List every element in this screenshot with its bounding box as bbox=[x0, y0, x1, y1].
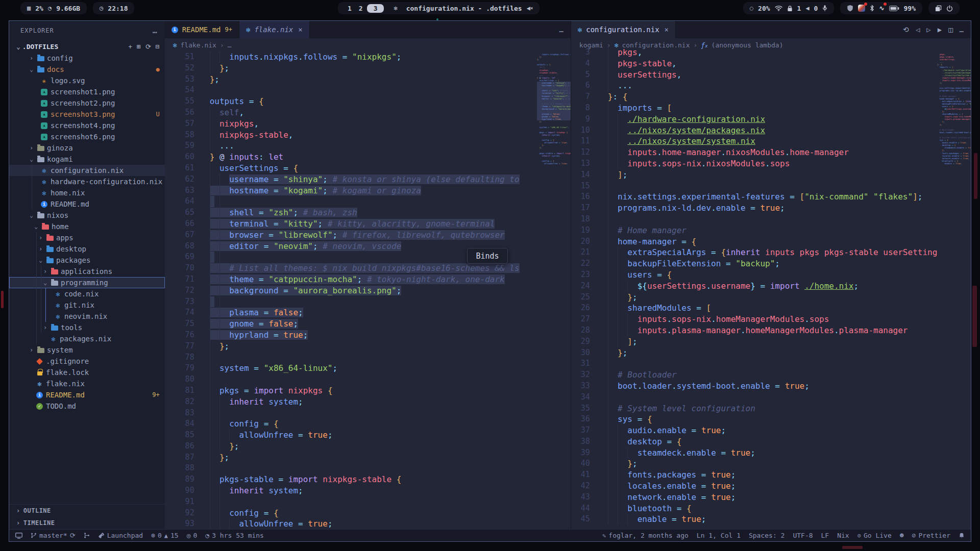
code-line[interactable]: 26 sharedModules = [ bbox=[571, 303, 937, 314]
outline-section[interactable]: › OUTLINE bbox=[9, 505, 165, 517]
code-line[interactable]: 8 imports = [ bbox=[571, 103, 937, 114]
code-line[interactable]: 43 network.enable = true; bbox=[571, 492, 937, 503]
status-prettier[interactable]: ⊘Prettier bbox=[912, 532, 950, 539]
tree-item-screenshot4.png[interactable]: ▲screenshot4.png bbox=[9, 120, 165, 131]
workspace-3[interactable]: 3 bbox=[367, 4, 384, 13]
status-launchpad[interactable]: Launchpad bbox=[98, 532, 143, 539]
code-line[interactable]: 21 extraSpecialArgs = {inherit inputs pk… bbox=[571, 247, 937, 258]
code-line[interactable]: 73 bbox=[165, 296, 537, 308]
next-change-icon[interactable]: ▷ bbox=[926, 26, 930, 34]
system-stats-module[interactable]: ▦ 2% ◔ 9.66GB bbox=[20, 2, 87, 14]
code-line[interactable]: 40 }; bbox=[571, 458, 937, 469]
muted-speaker-icon[interactable]: ◀× bbox=[527, 5, 533, 12]
code-line[interactable]: 34 bbox=[571, 392, 937, 403]
close-icon[interactable]: × bbox=[665, 26, 669, 34]
close-icon[interactable]: × bbox=[298, 26, 302, 34]
code-line[interactable]: 63 hostname = "kogami"; # kogami or gino… bbox=[165, 185, 537, 196]
status-remote-indicator[interactable] bbox=[15, 533, 22, 539]
tree-item-logo.svg[interactable]: ✳logo.svg bbox=[9, 75, 165, 86]
code-line[interactable]: 23 users = { bbox=[571, 269, 937, 281]
code-line[interactable]: 45 enable = true; bbox=[571, 514, 937, 525]
code-line[interactable]: 80 bbox=[165, 374, 537, 385]
breadcrumb-symbol[interactable]: … bbox=[228, 41, 232, 49]
tab-flake-nix[interactable]: ✻ flake.nix × bbox=[239, 21, 310, 38]
code-line[interactable]: 6 ... bbox=[571, 80, 937, 91]
hardware-stats-module[interactable]: ◌ 20% 1 ◀ 0 bbox=[743, 2, 835, 14]
code-line[interactable]: 91 bbox=[165, 496, 537, 508]
code-line[interactable]: 67 browser = "librewolf"; # firefox, lib… bbox=[165, 230, 537, 241]
vpn-shield-icon[interactable] bbox=[847, 5, 853, 12]
code-line[interactable]: 52 }; bbox=[165, 63, 537, 74]
code-line[interactable]: 30 }; bbox=[571, 347, 937, 359]
tree-item-git.nix[interactable]: ✻git.nix bbox=[9, 299, 165, 311]
code-line[interactable]: 37 audio.enable = true; bbox=[571, 425, 937, 436]
code-line[interactable]: 11 ../nixos/system/system.nix bbox=[571, 136, 937, 147]
code-line[interactable]: 32 # Bootloader bbox=[571, 369, 937, 381]
code-line[interactable]: 4 pkgs-stable, bbox=[571, 58, 937, 69]
tree-item-programming[interactable]: ⌄programming bbox=[9, 277, 165, 288]
code-line[interactable]: 28 inputs.plasma-manager.homeManagerModu… bbox=[571, 325, 937, 336]
tree-item-home[interactable]: ⌄home bbox=[9, 221, 165, 232]
run-icon[interactable]: ▶ bbox=[938, 26, 942, 34]
code-line[interactable]: 79 system = "x86_64-linux"; bbox=[165, 363, 537, 374]
tree-item-packages.nix[interactable]: ✻packages.nix bbox=[9, 333, 165, 344]
refresh-explorer-icon[interactable]: ⟳ bbox=[145, 43, 151, 51]
code-line[interactable]: 87 }; bbox=[165, 452, 537, 463]
tree-item-packages[interactable]: ⌄packages bbox=[9, 255, 165, 266]
status-indentation[interactable]: Spaces: 2 bbox=[749, 532, 785, 539]
code-line[interactable]: 72 background = "aurora_borealis.png"; bbox=[165, 285, 537, 296]
app-tray-icon[interactable] bbox=[858, 5, 865, 12]
tree-item-README.md[interactable]: iREADME.md bbox=[9, 198, 165, 210]
more-icon[interactable]: … bbox=[960, 26, 964, 34]
code-line[interactable]: 58 nixpkgs-stable, bbox=[165, 130, 537, 141]
code-line[interactable]: 61 userSettings = { bbox=[165, 163, 537, 174]
status-go-live[interactable]: ⊙Go Live bbox=[857, 532, 892, 539]
code-line[interactable]: 31 bbox=[571, 358, 937, 369]
code-line[interactable]: 13 inputs.sops-nix.nixosModules.sops bbox=[571, 158, 937, 169]
minimap[interactable]: pkgs, pkgs-stable, userSettings, ...}: {… bbox=[937, 52, 971, 529]
code-line[interactable]: 74 plasma = false; bbox=[165, 307, 537, 318]
code-line[interactable]: 56 self, bbox=[165, 107, 537, 118]
code-line[interactable]: 39 steamdeck.enable = true; bbox=[571, 447, 937, 459]
breadcrumb-file[interactable]: flake.nix bbox=[181, 41, 216, 49]
code-line[interactable]: 10 ../nixos/system/packages.nix bbox=[571, 125, 937, 136]
status-cursor-position[interactable]: Ln 1, Col 1 bbox=[697, 532, 741, 539]
code-line[interactable]: 33 boot.loader.systemd-boot.enable = tru… bbox=[571, 381, 937, 392]
code-line[interactable]: 20 home-manager = { bbox=[571, 236, 937, 247]
code-line[interactable]: 90 inherit system; bbox=[165, 485, 537, 496]
code-line[interactable]: 19 # Home manager bbox=[571, 225, 937, 236]
code-line[interactable]: 77 }; bbox=[165, 341, 537, 352]
new-folder-icon[interactable]: ⊞ bbox=[137, 43, 141, 51]
code-line[interactable]: 38 desktop = { bbox=[571, 436, 937, 447]
tree-item-.gitignore[interactable]: .gitignore bbox=[9, 356, 165, 367]
code-line[interactable]: 81 pkgs = import nixpkgs { bbox=[165, 385, 537, 396]
code-line[interactable]: 25 }; bbox=[571, 292, 937, 303]
code-line[interactable]: 66 terminal = "kitty"; # kitty, alacritt… bbox=[165, 218, 537, 230]
tree-item-screenshot6.png[interactable]: ▲screenshot6.png bbox=[9, 131, 165, 142]
code-line[interactable]: 7}: { bbox=[571, 91, 937, 103]
tree-item-screenshot3.png[interactable]: ▲screenshot3.pngU bbox=[9, 109, 165, 120]
code-line[interactable]: 24 ${userSettings.username} = import ./h… bbox=[571, 281, 937, 292]
tree-item-flake.nix[interactable]: ✻flake.nix bbox=[9, 378, 165, 389]
code-line[interactable]: 57 nixpkgs, bbox=[165, 118, 537, 130]
tree-item-code.nix[interactable]: ✻code.nix bbox=[9, 288, 165, 299]
code-line[interactable]: 3 pkgs, bbox=[571, 47, 937, 58]
power-icon[interactable] bbox=[946, 5, 953, 12]
code-line[interactable]: 60} @ inputs: let bbox=[165, 152, 537, 163]
tree-item-nixos[interactable]: ⌄nixos bbox=[9, 210, 165, 221]
code-line[interactable]: 17 programs.nix-ld.dev.enable = true; bbox=[571, 203, 937, 214]
tree-item-kogami[interactable]: ⌄kogami bbox=[9, 154, 165, 165]
status-git-blame[interactable]: ✎foglar, 2 months ago bbox=[602, 532, 689, 539]
code-line[interactable]: 44 bluetooth = { bbox=[571, 503, 937, 514]
code-line[interactable]: 76 hyprland = true; bbox=[165, 330, 537, 341]
code-line[interactable]: 5 userSettings, bbox=[571, 69, 937, 81]
code-line[interactable]: 9 ./hardware-configuration.nix bbox=[571, 114, 937, 125]
tree-item-neovim.nix[interactable]: ✻neovim.nix bbox=[9, 311, 165, 322]
tree-item-configuration.nix[interactable]: ✻configuration.nix bbox=[9, 165, 165, 176]
code-line[interactable]: 51 inputs.nixpkgs.follows = "nixpkgs"; bbox=[165, 52, 537, 63]
status-eol[interactable]: LF bbox=[821, 532, 829, 539]
status-encoding[interactable]: UTF-8 bbox=[793, 532, 813, 539]
code-line[interactable]: 83 bbox=[165, 408, 537, 419]
tree-item-screenshot2.png[interactable]: ▲screenshot2.png bbox=[9, 97, 165, 109]
tree-item-home.nix[interactable]: ✻home.nix bbox=[9, 187, 165, 198]
